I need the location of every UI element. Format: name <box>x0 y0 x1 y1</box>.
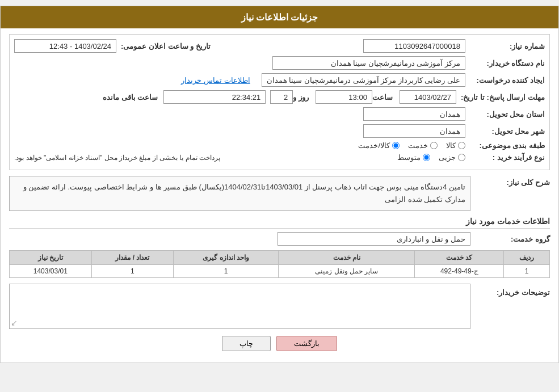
reply-deadline-label: مهلت ارسال پاسخ: تا تاریخ: <box>456 93 545 102</box>
cell-service-code: ج-49-49-492 <box>415 265 504 278</box>
col-service-name: نام خدمت <box>279 251 415 265</box>
creator-value: علی رضایی کاربرداز مرکز آموزشی درمانیفرش… <box>262 73 465 87</box>
payment-notice: پرداخت تمام یا بخشی از مبلغ خریداز محل "… <box>14 154 220 162</box>
purchase-type-label: نوع فرآیند خرید : <box>465 153 545 162</box>
category-radio-group: کالا خدمت کالا/خدمت <box>358 141 465 150</box>
reply-remaining-label: ساعت باقی مانده <box>103 93 158 102</box>
cell-quantity: 1 <box>91 265 173 278</box>
purchase-type-motevaset[interactable]: متوسط <box>397 153 430 162</box>
category-option-kala-khedmat[interactable]: کالا/خدمت <box>358 141 400 150</box>
buyer-notes-label: توضیحات خریدار: <box>470 284 550 297</box>
reply-days-value: 2 <box>270 90 293 104</box>
reply-time-value: 13:00 <box>316 90 372 104</box>
buyer-name-value: مرکز آموزشی درمانیفرشچیان سینا همدان <box>272 56 465 70</box>
services-table: ردیف کد خدمت نام خدمت واحد اندازه گیری ت… <box>9 250 550 278</box>
need-number-value: 1103092647000018 <box>363 39 465 53</box>
col-quantity: تعداد / مقدار <box>91 251 173 265</box>
contact-link[interactable]: اطلاعات تماس خریدار <box>181 76 250 85</box>
col-unit: واحد اندازه گیری <box>174 251 279 265</box>
description-label: شرح کلی نیاز: <box>470 176 550 187</box>
creator-label: ایجاد کننده درخواست: <box>465 76 545 85</box>
cell-unit: 1 <box>174 265 279 278</box>
page-title: جزئیات اطلاعات نیاز <box>1 6 558 28</box>
buyer-name-label: نام دستگاه خریدار: <box>465 59 545 68</box>
category-option-kala[interactable]: کالا <box>446 141 465 150</box>
announce-date-value: 1403/02/24 - 12:43 <box>14 39 116 53</box>
announce-date-label: تاریخ و ساعت اعلان عمومی: <box>116 42 211 50</box>
city-value: همدان <box>363 124 465 138</box>
cell-date: 1403/03/01 <box>10 265 92 278</box>
need-number-label: شماره نیاز: <box>465 42 545 50</box>
table-row: 1 ج-49-49-492 سایر حمل ونقل زمینی 1 1 14… <box>10 265 550 278</box>
buyer-notes-box[interactable] <box>9 284 470 329</box>
purchase-type-jozi[interactable]: جزیی <box>439 153 465 162</box>
category-option-khedmat[interactable]: خدمت <box>408 141 438 150</box>
reply-days-label: روز و <box>293 93 309 102</box>
service-group-value: حمل و نقل و انبارداری <box>278 232 470 246</box>
col-row-num: ردیف <box>504 251 550 265</box>
description-text: تامین 4دستگاه مینی بوس جهت اتاب ذهاب پرس… <box>9 176 470 211</box>
city-label: شهر محل تحویل: <box>465 127 545 136</box>
service-group-label: گروه خدمت: <box>470 235 550 243</box>
services-section-title: اطلاعات خدمات مورد نیاز <box>9 217 550 229</box>
back-button[interactable]: بازگشت <box>276 336 337 351</box>
purchase-type-radio-group: جزیی متوسط <box>397 153 465 162</box>
province-label: استان محل تحویل: <box>465 110 545 119</box>
cell-service-name: سایر حمل ونقل زمینی <box>279 265 415 278</box>
reply-time-label: ساعت <box>372 93 393 102</box>
print-button[interactable]: چاپ <box>222 336 271 351</box>
category-label: طبقه بندی موضوعی: <box>465 141 545 150</box>
province-value: همدان <box>363 107 465 121</box>
reply-date-value: 1403/02/27 <box>400 90 456 104</box>
col-service-code: کد خدمت <box>415 251 504 265</box>
col-date: تاریخ نیاز <box>10 251 92 265</box>
reply-remaining-value: 22:34:21 <box>163 90 266 104</box>
cell-row-num: 1 <box>504 265 550 278</box>
